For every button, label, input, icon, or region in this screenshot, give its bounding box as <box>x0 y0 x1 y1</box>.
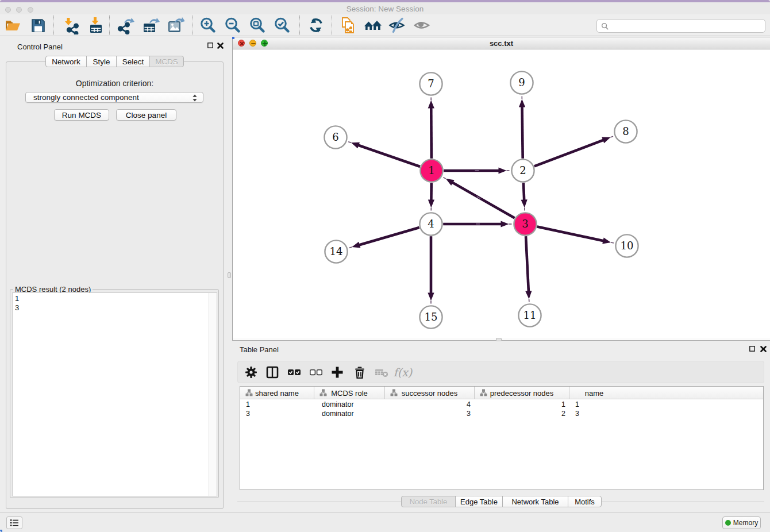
home-button[interactable] <box>363 16 383 34</box>
edge-1-6[interactable] <box>348 142 420 167</box>
zoom-out-button[interactable] <box>223 16 242 34</box>
save-session-button[interactable] <box>28 16 48 34</box>
import-table-button[interactable] <box>86 16 105 34</box>
edge-3-10[interactable] <box>537 226 614 244</box>
node-9[interactable]: 9 <box>510 71 533 94</box>
edge-1-4[interactable] <box>428 183 434 210</box>
result-line: 3 <box>15 303 19 313</box>
network-window-title: scc.txt <box>233 39 770 48</box>
edge-2-3[interactable] <box>521 183 528 210</box>
delete-table-button[interactable] <box>372 363 391 381</box>
tab-edge-table[interactable]: Edge Table <box>455 496 503 507</box>
node-4[interactable]: 4 <box>419 213 442 235</box>
table-panel-float-button[interactable] <box>749 345 756 352</box>
node-8[interactable]: 8 <box>614 120 637 142</box>
copy-network-button[interactable] <box>338 16 357 34</box>
column-header-name[interactable]: name <box>569 387 619 399</box>
edge-label-mark <box>476 223 480 224</box>
gear-icon <box>244 365 259 380</box>
tab-mcds[interactable]: MCDS <box>149 56 184 67</box>
tab-motifs[interactable]: Motifs <box>568 496 602 507</box>
tab-style[interactable]: Style <box>86 56 117 67</box>
column-header-shared-name[interactable]: shared name <box>240 387 314 399</box>
node-15[interactable]: 15 <box>419 306 442 328</box>
network-window-titlebar[interactable]: scc.txt <box>233 37 770 49</box>
node-label: 14 <box>330 245 343 257</box>
run-mcds-button[interactable]: Run MCDS <box>54 109 109 121</box>
table-row[interactable]: 3dominator323 <box>240 409 763 418</box>
export-table-button[interactable] <box>141 16 160 34</box>
table-settings-button[interactable] <box>241 363 261 381</box>
close-panel-button[interactable]: Close panel <box>116 109 176 121</box>
hide-view-button[interactable] <box>387 16 407 34</box>
node-1[interactable]: 1 <box>420 159 442 182</box>
delete-table-icon <box>374 365 389 380</box>
memory-button[interactable]: Memory <box>722 516 761 529</box>
edge-4-3[interactable] <box>443 221 511 227</box>
column-layout-button[interactable] <box>263 363 282 381</box>
horizontal-splitter-handle[interactable] <box>496 338 502 341</box>
task-history-button[interactable] <box>6 516 22 529</box>
edge-2-8[interactable] <box>534 136 613 166</box>
zoom-in-button[interactable] <box>198 16 218 34</box>
export-network-button[interactable] <box>116 16 136 34</box>
search-input[interactable] <box>611 21 765 31</box>
tab-network[interactable]: Network <box>45 56 87 67</box>
cell-name: 1 <box>569 400 619 409</box>
control-panel-tabs: NetworkStyleSelectMCDS <box>45 56 184 67</box>
control-panel-close-button[interactable] <box>217 42 224 49</box>
table-panel-close-button[interactable] <box>760 345 767 352</box>
edge-3-1[interactable] <box>443 178 514 218</box>
delete-column-button[interactable] <box>350 363 369 381</box>
zoom-fit-button[interactable] <box>248 16 267 34</box>
deselect-all-columns-button[interactable] <box>306 363 326 381</box>
zoom-selected-button[interactable] <box>272 16 292 34</box>
edge-2-9[interactable] <box>519 96 525 158</box>
search-field[interactable] <box>596 19 765 33</box>
toolbar-separator <box>332 16 332 35</box>
node-6[interactable]: 6 <box>324 126 346 148</box>
tab-node-table[interactable]: Node Table <box>401 496 456 507</box>
column-header-label: name <box>585 389 604 398</box>
apply-layout-button[interactable] <box>306 16 326 34</box>
column-header-MCDS-role[interactable]: MCDS role <box>314 387 385 399</box>
import-network-button[interactable] <box>60 16 80 34</box>
export-image-button[interactable] <box>165 16 185 34</box>
show-view-button[interactable] <box>412 16 432 34</box>
criterion-dropdown[interactable]: strongly connected component <box>25 92 203 103</box>
node-14[interactable]: 14 <box>325 240 347 263</box>
mcds-result-textarea[interactable]: 13 <box>12 292 217 496</box>
function-builder-button[interactable]: f(x) <box>390 363 415 381</box>
node-2[interactable]: 2 <box>511 159 534 182</box>
edge-1-2[interactable] <box>444 167 509 174</box>
vertical-splitter-handle[interactable] <box>228 272 231 278</box>
zoom-in-icon <box>199 16 217 34</box>
result-scrollbar[interactable] <box>209 293 217 496</box>
create-column-button[interactable] <box>328 363 347 381</box>
node-3[interactable]: 3 <box>514 213 536 235</box>
column-header-predecessor-nodes[interactable]: predecessor nodes <box>475 387 569 399</box>
node-label: 6 <box>332 131 338 143</box>
table-body: 1dominator4113dominator323 <box>240 400 763 418</box>
column-header-successor-nodes[interactable]: successor nodes <box>385 387 475 399</box>
status-bar: Memory <box>0 512 770 532</box>
edge-3-11[interactable] <box>525 236 532 302</box>
node-11[interactable]: 11 <box>518 304 541 326</box>
control-panel: Control Panel NetworkStyleSelectMCDS Opt… <box>0 36 226 512</box>
node-table[interactable]: shared nameMCDS rolesuccessor nodesprede… <box>240 386 764 490</box>
network-graph[interactable]: 1234678910111415 <box>233 49 770 338</box>
edge-1-7[interactable] <box>428 97 434 158</box>
select-all-columns-button[interactable] <box>284 363 304 381</box>
criterion-label: Optimization criterion: <box>6 79 224 88</box>
tab-network-table[interactable]: Network Table <box>502 496 568 507</box>
cell-predecessor-nodes: 2 <box>475 409 569 418</box>
tab-select[interactable]: Select <box>116 56 150 67</box>
edge-4-14[interactable] <box>349 228 419 248</box>
edge-4-15[interactable] <box>428 236 434 303</box>
table-row[interactable]: 1dominator411 <box>240 400 763 409</box>
control-panel-float-button[interactable] <box>207 42 214 49</box>
node-10[interactable]: 10 <box>615 234 638 257</box>
network-canvas[interactable]: 1234678910111415 <box>233 49 770 338</box>
node-7[interactable]: 7 <box>419 72 442 95</box>
open-file-button[interactable] <box>3 16 22 34</box>
